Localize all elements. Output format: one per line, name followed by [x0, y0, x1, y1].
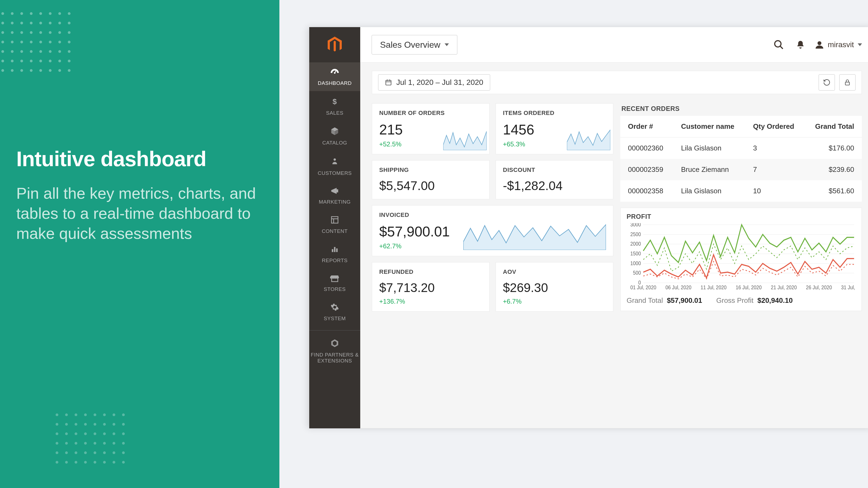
table-row[interactable]: 000002358Lila Gislason10$561.60 — [620, 180, 862, 202]
cell-order-id: 000002359 — [620, 159, 674, 180]
sidebar-item-label: STORES — [324, 286, 346, 292]
svg-point-43 — [30, 60, 33, 62]
svg-point-50 — [20, 69, 23, 72]
customers-icon — [331, 156, 338, 167]
svg-point-34 — [20, 50, 23, 53]
col-order[interactable]: Order # — [620, 116, 674, 137]
sidebar-item-reports[interactable]: REPORTS — [309, 239, 360, 268]
sidebar-item-label: SALES — [326, 110, 343, 116]
svg-point-12 — [39, 22, 42, 24]
summary-label: Grand Total — [627, 296, 663, 304]
svg-point-30 — [58, 41, 61, 43]
svg-rect-123 — [845, 82, 849, 85]
svg-point-89 — [65, 451, 68, 454]
sidebar-item-label: CUSTOMERS — [318, 170, 352, 176]
svg-point-1 — [11, 12, 13, 15]
lock-icon — [844, 79, 851, 86]
sidebar-item-sales[interactable]: $SALES — [309, 91, 360, 121]
col-qty[interactable]: Qty Ordered — [745, 116, 805, 137]
sidebar-item-dashboard[interactable]: DASHBOARD — [309, 62, 360, 91]
cell-order-id: 000002358 — [620, 180, 674, 202]
col-total[interactable]: Grand Total — [805, 116, 862, 137]
page-switcher-label: Sales Overview — [380, 40, 440, 50]
svg-rect-115 — [332, 278, 338, 282]
svg-rect-112 — [332, 249, 333, 252]
kpi-value: $57,900.01 — [379, 223, 453, 240]
svg-point-97 — [65, 461, 68, 464]
work-zone: Jul 1, 2020 – Jul 31, 2020 — [360, 62, 868, 428]
svg-point-93 — [103, 451, 106, 454]
svg-text:11 Jul, 2020: 11 Jul, 2020 — [701, 284, 727, 290]
svg-rect-109 — [332, 217, 338, 223]
kpi-label: ITEMS ORDERED — [503, 109, 606, 117]
svg-point-26 — [20, 41, 23, 43]
svg-point-49 — [11, 69, 13, 72]
lock-button[interactable] — [839, 74, 856, 91]
col-customer[interactable]: Customer name — [674, 116, 746, 137]
search-icon[interactable] — [771, 37, 786, 52]
svg-point-6 — [58, 12, 61, 15]
date-range-button[interactable]: Jul 1, 2020 – Jul 31, 2020 — [378, 74, 490, 91]
sidebar-item-stores[interactable]: STORES — [309, 268, 360, 297]
table-row[interactable]: 000002359Bruce Ziemann7$239.60 — [620, 159, 862, 180]
summary-label: Gross Profit — [716, 296, 753, 304]
svg-point-87 — [122, 442, 125, 445]
table-row[interactable]: 000002360Lila Gislason3$176.00 — [620, 137, 862, 159]
svg-point-0 — [1, 12, 4, 15]
recent-orders-panel: RECENT ORDERS Order # Customer name Qty … — [620, 103, 862, 202]
kpi-label: SHIPPING — [379, 166, 482, 173]
kpi-shipping: SHIPPING $5,547.00 — [372, 160, 490, 199]
svg-point-91 — [84, 451, 87, 454]
dashboard-toolbar: Jul 1, 2020 – Jul 31, 2020 — [372, 71, 862, 94]
svg-point-29 — [49, 41, 52, 43]
svg-point-94 — [113, 451, 115, 454]
svg-point-35 — [30, 50, 33, 53]
svg-point-9 — [11, 22, 13, 24]
sidebar-item-partners[interactable]: FIND PARTNERS & EXTENSIONS — [309, 330, 360, 369]
sidebar-item-label: SYSTEM — [323, 316, 346, 322]
svg-text:21 Jul, 2020: 21 Jul, 2020 — [771, 284, 797, 290]
svg-point-47 — [68, 60, 70, 62]
svg-point-92 — [94, 451, 96, 454]
svg-point-52 — [39, 69, 42, 72]
svg-point-39 — [68, 50, 70, 53]
admin-sidebar: DASHBOARD$SALESCATALOGCUSTOMERSMARKETING… — [309, 27, 360, 428]
svg-point-11 — [30, 22, 33, 24]
svg-point-21 — [49, 31, 52, 34]
svg-rect-105 — [335, 70, 336, 73]
sidebar-item-marketing[interactable]: MARKETING — [309, 181, 360, 210]
svg-point-51 — [30, 69, 33, 72]
svg-point-14 — [58, 22, 61, 24]
kpi-value: $5,547.00 — [379, 178, 482, 193]
promo-subtitle: Pin all the key metrics, charts, and tab… — [16, 183, 260, 244]
svg-point-118 — [817, 41, 821, 45]
svg-text:2500: 2500 — [630, 231, 641, 237]
svg-point-79 — [122, 432, 125, 435]
svg-point-33 — [11, 50, 13, 53]
chevron-down-icon — [858, 43, 862, 46]
magento-logo — [309, 27, 360, 62]
kpi-aov: AOV $269.30 +6.7% — [496, 262, 613, 312]
refresh-icon — [823, 78, 831, 86]
svg-point-59 — [84, 414, 87, 416]
profit-chart-card: PROFIT 05001000150020002500300001 Jul, 2… — [620, 208, 862, 311]
refresh-button[interactable] — [818, 74, 835, 91]
sidebar-item-system[interactable]: SYSTEM — [309, 297, 360, 326]
svg-text:1500: 1500 — [630, 251, 641, 257]
sidebar-item-content[interactable]: CONTENT — [309, 210, 360, 239]
svg-point-7 — [68, 12, 70, 15]
notifications-icon[interactable] — [793, 37, 808, 52]
sparkline — [567, 126, 610, 150]
username: mirasvit — [828, 40, 854, 49]
kpi-items-ordered: ITEMS ORDERED 1456 +65.3% — [496, 103, 613, 154]
sidebar-item-customers[interactable]: CUSTOMERS — [309, 151, 360, 181]
user-menu[interactable]: mirasvit — [815, 40, 862, 50]
decorative-dots-top — [0, 11, 87, 92]
page-switcher[interactable]: Sales Overview — [372, 35, 457, 55]
svg-point-88 — [56, 451, 58, 454]
sidebar-item-catalog[interactable]: CATALOG — [309, 121, 360, 151]
svg-point-4 — [39, 12, 42, 15]
svg-point-61 — [103, 414, 106, 416]
sidebar-item-label: CATALOG — [322, 140, 347, 146]
panel-title: RECENT ORDERS — [621, 105, 862, 112]
